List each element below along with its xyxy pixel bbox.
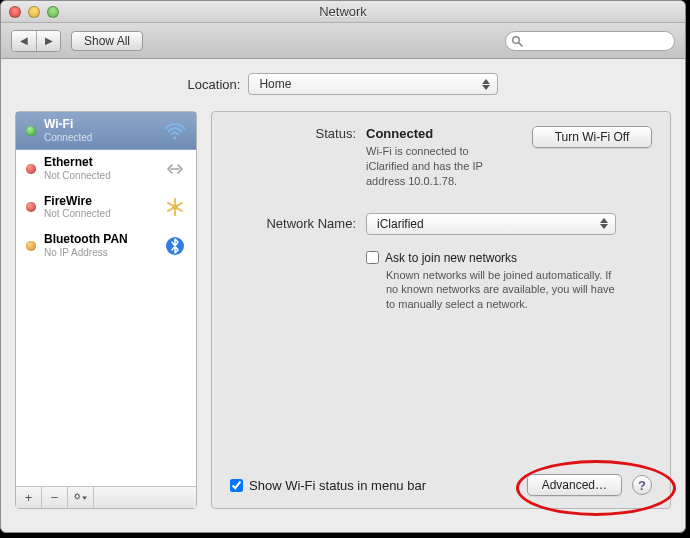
ask-join-label: Ask to join new networks (385, 251, 517, 265)
window-title: Network (1, 4, 685, 19)
menubar-checkbox[interactable] (230, 479, 243, 492)
nav-segmented: ◀ ▶ (11, 30, 61, 52)
wifi-icon (162, 122, 188, 140)
show-all-button[interactable]: Show All (71, 31, 143, 51)
back-button[interactable]: ◀ (12, 31, 36, 51)
ethernet-icon (162, 160, 188, 178)
service-status: Connected (44, 132, 154, 144)
help-button[interactable]: ? (632, 475, 652, 495)
toolbar: ◀ ▶ Show All (1, 23, 685, 59)
status-dot-red-icon (26, 164, 36, 174)
svg-line-1 (519, 42, 522, 45)
ask-join-checkbox[interactable] (366, 251, 379, 264)
content-area: Location: Home Wi-Fi Connected (1, 59, 685, 523)
forward-button[interactable]: ▶ (36, 31, 60, 51)
network-name-label: Network Name: (230, 216, 366, 231)
service-name: Wi-Fi (44, 118, 154, 132)
titlebar: Network (1, 1, 685, 23)
zoom-window-button[interactable] (47, 6, 59, 18)
service-name: FireWire (44, 195, 154, 209)
status-dot-green-icon (26, 126, 36, 136)
add-service-button[interactable]: + (16, 487, 42, 508)
menubar-label: Show Wi-Fi status in menu bar (249, 478, 426, 493)
service-name: Bluetooth PAN (44, 233, 154, 247)
service-name: Ethernet (44, 156, 154, 170)
service-status: No IP Address (44, 247, 154, 259)
advanced-button[interactable]: Advanced… (527, 474, 622, 496)
service-status: Not Connected (44, 208, 154, 220)
close-window-button[interactable] (9, 6, 21, 18)
search-field[interactable] (505, 31, 675, 51)
location-value: Home (259, 77, 291, 91)
svg-point-2 (173, 136, 176, 139)
remove-service-button[interactable]: − (42, 487, 68, 508)
network-prefs-window: Network ◀ ▶ Show All Location: Home (0, 0, 686, 533)
minimize-window-button[interactable] (28, 6, 40, 18)
service-item-bluetooth[interactable]: Bluetooth PAN No IP Address (16, 227, 196, 265)
popup-stepper-icon (479, 79, 493, 90)
status-description: Wi-Fi is connected to iClarified and has… (366, 144, 514, 189)
service-item-wifi[interactable]: Wi-Fi Connected (16, 112, 196, 150)
svg-point-3 (172, 204, 178, 210)
service-list: Wi-Fi Connected (15, 111, 197, 509)
status-dot-red-icon (26, 202, 36, 212)
service-item-ethernet[interactable]: Ethernet Not Connected (16, 150, 196, 188)
service-status: Not Connected (44, 170, 154, 182)
service-list-footer: + − (16, 486, 196, 508)
ask-join-description: Known networks will be joined automatica… (386, 268, 616, 313)
detail-panel: Status: Connected Wi-Fi is connected to … (211, 111, 671, 509)
location-popup[interactable]: Home (248, 73, 498, 95)
menubar-checkbox-row[interactable]: Show Wi-Fi status in menu bar (230, 478, 426, 493)
search-icon (511, 35, 523, 47)
service-action-menu[interactable] (68, 487, 94, 508)
popup-stepper-icon (597, 218, 611, 229)
service-item-firewire[interactable]: FireWire Not Connected (16, 189, 196, 227)
location-row: Location: Home (15, 73, 671, 95)
bluetooth-icon (162, 236, 188, 256)
ask-join-checkbox-row[interactable]: Ask to join new networks (366, 251, 652, 265)
status-dot-orange-icon (26, 241, 36, 251)
traffic-lights (1, 6, 59, 18)
network-name-value: iClarified (377, 217, 424, 231)
status-value: Connected (366, 126, 514, 141)
location-label: Location: (188, 77, 241, 92)
status-label: Status: (230, 126, 366, 141)
network-name-popup[interactable]: iClarified (366, 213, 616, 235)
firewire-icon (162, 197, 188, 217)
turn-wifi-off-button[interactable]: Turn Wi-Fi Off (532, 126, 652, 148)
